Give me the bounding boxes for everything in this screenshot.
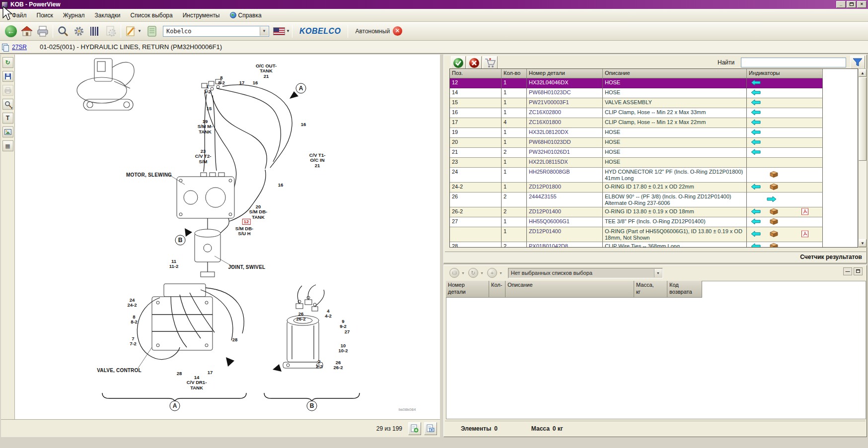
parts-table-row[interactable]: 161ZC16X02800CLIP Clamp, Hose -- Min 22 … xyxy=(450,108,823,118)
parts-table-row[interactable]: 191HX32L08120DXHOSE xyxy=(450,128,823,138)
column-header[interactable]: Описание xyxy=(506,281,634,298)
parts-table-row[interactable]: 174ZC16X01800CLIP Clamp, Hose -- Min 12 … xyxy=(450,118,823,128)
column-header[interactable]: Индикаторы xyxy=(747,69,823,78)
selection-refresh-button[interactable]: ↻ xyxy=(468,268,478,278)
view-marker-a: A xyxy=(170,401,180,411)
globe-icon xyxy=(230,12,236,18)
maximize-button[interactable] xyxy=(847,1,856,8)
parts-table-row[interactable]: 1ZD12P01400O-RING (Part of HH55Q06006G1)… xyxy=(450,227,823,242)
part-number-cell: PW68H01023DC xyxy=(527,88,603,98)
search-button[interactable] xyxy=(55,24,71,39)
selection-list-select[interactable]: Нет выбранных списков выбора ▼ xyxy=(508,268,663,278)
scroll-down-icon[interactable]: ▼ xyxy=(859,239,867,247)
menu-item-инструменты[interactable]: Инструменты xyxy=(178,10,225,20)
report-button[interactable] xyxy=(103,24,119,39)
menu-item-закладки[interactable]: Закладки xyxy=(90,10,126,20)
column-header[interactable]: Код возврата xyxy=(667,281,702,298)
diagram-canvas[interactable]: O/C OUT- TANK 218 8-217161 1-21519 S/M M… xyxy=(15,55,440,419)
back-button[interactable]: ← xyxy=(3,24,19,39)
filter-button[interactable] xyxy=(850,56,865,69)
settings-button[interactable] xyxy=(71,24,87,39)
chevron-down-icon[interactable]: ▼ xyxy=(480,271,484,275)
print-button[interactable] xyxy=(35,24,51,39)
parts-table-row[interactable]: 141PW68H01023DCHOSE xyxy=(450,88,823,98)
indicators-cell xyxy=(747,168,823,183)
parts-table-row[interactable]: 212PW32H01026D1HOSE xyxy=(450,148,823,158)
edit-list-button[interactable]: ▼ xyxy=(123,24,144,39)
result-counter-bar: Счетчик результатов xyxy=(445,252,866,262)
diagram-callout: 20 S/M DB- TANK xyxy=(249,204,267,220)
indicator-box-icon xyxy=(770,230,778,239)
grid-tool-button[interactable]: ▦ xyxy=(2,140,13,151)
parts-table-row[interactable]: 121HX32L04046DXHOSE xyxy=(450,78,823,88)
parts-table-row[interactable]: 231HX22L08115DXHOSE xyxy=(450,158,823,168)
parts-table-scrollbar[interactable]: ▲ ▼ xyxy=(858,68,867,248)
panel-minimize-button[interactable]: — xyxy=(843,267,852,275)
panel-restore-button[interactable] xyxy=(854,267,863,275)
zoom-tool-button[interactable]: ▼ xyxy=(2,99,13,110)
column-header[interactable]: Кол- xyxy=(489,281,506,298)
refresh-view-button[interactable]: ↻ xyxy=(2,57,13,68)
selection-add-button[interactable]: + xyxy=(487,268,497,278)
breadcrumb: 27SR 01-025(001) - HYDRAULIC LINES, RETU… xyxy=(0,41,868,54)
column-header[interactable]: Кол-во xyxy=(502,69,527,78)
parts-table-row[interactable]: 2622444Z3155ELBOW 90° -- (PF 3/8) (Incls… xyxy=(450,192,823,207)
cancel-button[interactable] xyxy=(467,56,482,70)
save-image-button[interactable] xyxy=(2,71,13,82)
scroll-up-icon[interactable]: ▲ xyxy=(859,69,867,77)
text-tool-button[interactable]: T xyxy=(2,113,13,124)
window-title: KOB - PowerView xyxy=(10,1,60,8)
print-image-button[interactable] xyxy=(2,85,13,96)
chevron-down-icon[interactable]: ▼ xyxy=(654,269,662,277)
parts-table-row[interactable]: 241HH25R08008GBHYD CONNECTOR 1/2" PF (In… xyxy=(450,168,823,183)
column-header[interactable]: Номер детали xyxy=(446,281,489,298)
scrollbar-thumb[interactable] xyxy=(859,77,867,161)
parts-table-row[interactable]: 201PW68H01023DDHOSE xyxy=(450,138,823,148)
pos-cell: 24-2 xyxy=(450,183,502,192)
close-button[interactable]: × xyxy=(857,1,867,8)
items-count: 0 xyxy=(494,425,498,432)
pager-icon-button-1[interactable] xyxy=(408,422,421,435)
pos-cell: 16 xyxy=(450,108,502,118)
check-icon xyxy=(453,58,464,68)
column-header[interactable]: Номер детали xyxy=(527,69,603,78)
parts-table-row[interactable]: 151PW21V00003F1VALVE ASSEMBLY xyxy=(450,98,823,108)
chevron-down-icon[interactable]: ▼ xyxy=(260,27,268,36)
parts-table-row[interactable]: 26-22ZD12P01400O-RING ID 13.80 ± 0.19 x … xyxy=(450,207,823,217)
image-tool-button[interactable] xyxy=(2,127,13,137)
chevron-down-icon[interactable]: ▼ xyxy=(461,271,465,275)
title-bar[interactable]: KOB - PowerView _ × xyxy=(0,0,868,9)
confirm-button[interactable] xyxy=(451,56,466,70)
brand-select[interactable]: Kobelco ▼ xyxy=(163,26,269,37)
notes-button[interactable] xyxy=(144,24,160,39)
menu-item-журнал[interactable]: Журнал xyxy=(58,10,90,20)
menu-item-поиск[interactable]: Поиск xyxy=(32,10,58,20)
pager-icon-button-2[interactable] xyxy=(424,422,437,435)
menu-item-список-выбора[interactable]: Список выбора xyxy=(126,10,178,20)
add-to-cart-button[interactable] xyxy=(483,56,498,70)
parts-table: Поз.Кол-воНомер деталиОписаниеИндикаторы… xyxy=(449,68,858,248)
part-number-cell: PX01B01042D8 xyxy=(527,242,603,248)
column-header[interactable]: Описание xyxy=(603,69,747,78)
minimize-button[interactable]: _ xyxy=(836,1,846,8)
selection-db-button[interactable]: ⛁ xyxy=(449,268,459,278)
chevron-down-icon[interactable]: ▼ xyxy=(499,271,503,275)
barcode-button[interactable] xyxy=(87,24,103,39)
column-header[interactable]: Масса, кг xyxy=(634,281,667,298)
chevron-down-icon[interactable]: ▼ xyxy=(286,29,290,33)
parts-table-row[interactable]: 271HH55Q06006G1TEE 3/8" PF (Incls. O-Rin… xyxy=(450,217,823,227)
qty-cell: 2 xyxy=(502,242,527,248)
offline-icon[interactable]: ✕ xyxy=(393,26,402,36)
model-link[interactable]: 27SR xyxy=(12,44,27,51)
home-button[interactable] xyxy=(19,24,35,39)
diagram-callout: 8 8-2 xyxy=(218,75,225,86)
diagram-callout: O/C OUT- TANK 21 xyxy=(256,64,277,79)
menu-item-справка[interactable]: Справка xyxy=(225,10,267,20)
parts-table-row[interactable]: 24-21ZD12P01800O-RING ID 17.80 ± 0.21 x … xyxy=(450,183,823,192)
flag-us-icon[interactable] xyxy=(273,27,285,35)
indicator-arrow-left-icon xyxy=(751,119,761,127)
find-input[interactable] xyxy=(741,58,846,67)
column-header[interactable]: Поз. xyxy=(450,69,502,78)
toolbar-separator xyxy=(292,25,292,38)
parts-table-row[interactable]: 282PX01B01042D8CLIP Wire Ties -- 368mm L… xyxy=(450,242,823,248)
